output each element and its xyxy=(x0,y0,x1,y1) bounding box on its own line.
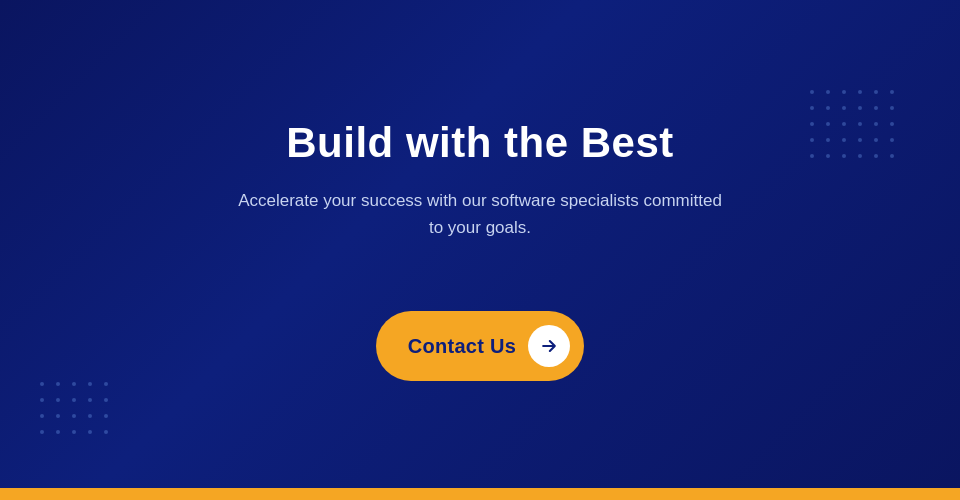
hero-title: Build with the Best xyxy=(286,119,674,167)
hero-section: Build with the Best Accelerate your succ… xyxy=(0,0,960,500)
contact-us-label: Contact Us xyxy=(408,335,517,358)
arrow-right-icon xyxy=(528,325,570,367)
contact-us-button[interactable]: Contact Us xyxy=(376,311,585,381)
dots-decoration-bottom-left xyxy=(40,382,114,440)
hero-content: Build with the Best Accelerate your succ… xyxy=(130,119,830,381)
bottom-accent-bar xyxy=(0,488,960,500)
hero-subtitle: Accelerate your success with our softwar… xyxy=(230,187,730,241)
